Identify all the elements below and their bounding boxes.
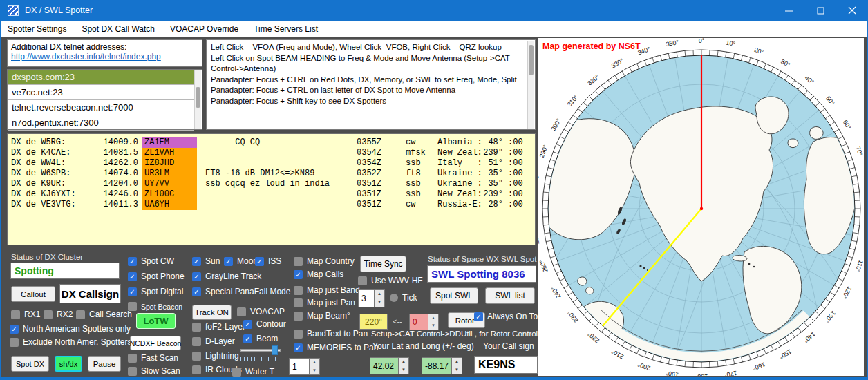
- checkbox-fof2-layer[interactable]: foF2-Layer: [192, 322, 245, 332]
- checkbox-spot-beacon[interactable]: Spot Beacon: [128, 302, 182, 311]
- checkbox-d-layer[interactable]: D-Layer: [192, 336, 235, 346]
- minimize-button[interactable]: [773, 0, 804, 21]
- maximize-button[interactable]: [804, 0, 836, 21]
- checkbox-beam[interactable]: Beam: [243, 334, 278, 343]
- spot-beam-heading[interactable]: 51°: [482, 158, 503, 169]
- down-arrow-icon[interactable]: ▼: [428, 322, 438, 330]
- checkbox-special-panafall[interactable]: Special PanaFall Mode: [192, 287, 290, 296]
- telnet-scroll-thumb[interactable]: [196, 87, 200, 108]
- spot-dx-callsign[interactable]: ZL100C: [142, 189, 197, 200]
- up-arrow-icon[interactable]: ▲: [310, 359, 319, 367]
- spot-beam-heading[interactable]: 48°: [482, 137, 503, 148]
- spot-dx-button[interactable]: Spot DX: [11, 356, 49, 372]
- menu-voacap-override[interactable]: VOACAP Override: [162, 21, 246, 37]
- checkbox-memories-to-pan[interactable]: MEMORIES to Pan: [294, 343, 378, 352]
- spot-swl-button[interactable]: Spot SWL: [430, 287, 478, 304]
- checkbox-map-calls[interactable]: Map Calls: [294, 269, 343, 279]
- spot-beam-heading[interactable]: 35°: [482, 179, 503, 189]
- stepper-value[interactable]: 3: [358, 289, 375, 307]
- checkbox-rx2[interactable]: RX2: [44, 310, 73, 319]
- telnet-item[interactable]: telnet.reversebeacon.net:7000: [8, 100, 194, 115]
- stepper-value[interactable]: -88.17: [422, 357, 452, 374]
- spot-beam-heading[interactable]: 35°: [482, 169, 503, 179]
- ncdxf-beacon-button[interactable]: NCDXF Beacon: [130, 336, 181, 350]
- spot-dx-callsign[interactable]: UA6YH: [142, 200, 197, 210]
- checkbox-map-country[interactable]: Map Country: [294, 256, 355, 266]
- checkbox-spot-digital[interactable]: Spot Digital: [128, 287, 183, 296]
- up-arrow-icon[interactable]: ▲: [375, 290, 384, 298]
- checkbox-use-wwv-hf[interactable]: Use WWV HF: [358, 276, 423, 285]
- up-arrow-icon[interactable]: ▲: [428, 314, 438, 322]
- checkbox-always-on-top[interactable]: Always On Top: [474, 312, 542, 321]
- shdx-button[interactable]: sh/dx: [55, 356, 82, 372]
- checkbox-rx1[interactable]: RX1: [11, 310, 40, 319]
- spot-frequency[interactable]: 14246.0: [100, 189, 138, 200]
- dx-spot-row[interactable]: DX de WW4L:14262.0IZ8JHD0354ZssbItaly :5…: [8, 158, 535, 169]
- checkbox-water-t[interactable]: Water T: [232, 367, 274, 377]
- pause-button[interactable]: Pause: [88, 356, 121, 372]
- close-button[interactable]: [836, 0, 868, 21]
- stepper-arrows[interactable]: ▲▼: [375, 289, 385, 307]
- azimuthal-map[interactable]: 0°10°20°30°40°50°60°70°80°90°100°110°120…: [538, 38, 864, 376]
- checkbox-voacap[interactable]: VOACAP: [237, 307, 285, 316]
- telnet-server-list[interactable]: dxspots.com:23 ve7cc.net:23 telnet.rever…: [7, 69, 202, 130]
- title-bar[interactable]: DX / SWL Spotter: [0, 0, 868, 21]
- telnet-scrollbar[interactable]: [194, 70, 201, 129]
- checkbox-fast-scan[interactable]: Fast Scan: [128, 353, 178, 363]
- callout-button[interactable]: Callout: [11, 286, 55, 302]
- longitude-stepper[interactable]: -88.17 ▲▼: [422, 357, 462, 374]
- spot-dx-callsign[interactable]: UY7VV: [142, 179, 197, 189]
- stepper-value[interactable]: 42.02: [370, 357, 399, 374]
- dx-spot-row[interactable]: DX de KJ6YXI:14246.0ZL100C0351ZssbNew Ze…: [8, 189, 535, 200]
- spot-frequency[interactable]: 14204.0: [100, 179, 138, 189]
- latitude-stepper[interactable]: 42.02 ▲▼: [370, 357, 409, 374]
- pan-number-stepper[interactable]: 1 ▲▼: [289, 358, 320, 375]
- time-sync-button[interactable]: Time Sync: [360, 256, 406, 272]
- spot-frequency[interactable]: 14074.0: [100, 169, 138, 179]
- stepper-value[interactable]: 0: [409, 314, 428, 330]
- instructions-scroll-thumb[interactable]: [529, 45, 534, 75]
- spot-dx-callsign[interactable]: ZA1EM: [142, 137, 197, 148]
- opacity-slider-handle[interactable]: [272, 345, 278, 355]
- checkbox-grayline-track[interactable]: GrayLine Track: [192, 272, 261, 281]
- wwv-minutes-stepper[interactable]: 3 ▲▼: [358, 289, 385, 307]
- swl-list-button[interactable]: SWL list: [485, 287, 535, 304]
- dx-spot-row[interactable]: DX de W5RG:14009.0ZA1EM CQ CQ0355ZcwAlba…: [8, 137, 535, 148]
- dx-spot-row[interactable]: DX de W6SPB:14074.0UR3LMFT8 -16 dB DM12<…: [8, 169, 535, 179]
- spot-frequency[interactable]: 14009.0: [100, 137, 138, 148]
- spot-dx-callsign[interactable]: ZL1VAH: [142, 148, 197, 158]
- lotw-button[interactable]: LoTW: [136, 313, 176, 329]
- dx-spot-row[interactable]: DX de VE3VTG:14011.3UA6YH0351ZcwRussia-E…: [8, 200, 535, 210]
- checkbox-map-just-pan[interactable]: Map just Pan: [294, 298, 355, 307]
- checkbox-map-just-band[interactable]: Map just Band: [294, 285, 360, 295]
- checkbox-sun[interactable]: Sun: [192, 256, 220, 266]
- swl-status-field[interactable]: SWL Spotting 8036: [427, 265, 536, 283]
- spot-frequency[interactable]: 14262.0: [100, 158, 138, 169]
- down-arrow-icon[interactable]: ▼: [452, 366, 462, 374]
- dx-callsign-field[interactable]: DX Callsign: [59, 284, 121, 303]
- checkbox-slow-scan[interactable]: Slow Scan: [128, 366, 180, 376]
- menu-spotter-settings[interactable]: Spotter Settings: [0, 21, 74, 37]
- dx-spot-row[interactable]: DX de K4CAE:14081.5ZL1VAH0354ZmfskNew Ze…: [8, 148, 535, 158]
- down-arrow-icon[interactable]: ▼: [310, 367, 319, 375]
- beam-heading-display[interactable]: 220°: [359, 314, 388, 330]
- checkbox-contour[interactable]: Contour: [243, 319, 286, 329]
- stepper-arrows[interactable]: ▲▼: [452, 357, 462, 374]
- checkbox-spot-cw[interactable]: Spot CW: [128, 256, 174, 266]
- menu-spot-dx-call-watch[interactable]: Spot DX Call Watch: [74, 21, 162, 37]
- checkbox-map-beam[interactable]: Map Beam°: [294, 311, 350, 321]
- checkbox-lightning[interactable]: Lightning: [192, 351, 239, 361]
- checkbox-spot-phone[interactable]: Spot Phone: [128, 272, 185, 281]
- stepper-arrows[interactable]: ▲▼: [399, 357, 409, 374]
- checkbox-iss[interactable]: ISS: [255, 256, 281, 266]
- spot-beam-heading[interactable]: 28°: [482, 200, 503, 210]
- spot-frequency[interactable]: 14081.5: [100, 148, 138, 158]
- spot-dx-callsign[interactable]: UR3LM: [142, 169, 197, 179]
- radio-tick[interactable]: Tick: [390, 293, 417, 303]
- azimuthal-map-panel[interactable]: Map generated by NS6T 0°10°20°30°40°50°6…: [538, 38, 864, 376]
- down-arrow-icon[interactable]: ▼: [375, 298, 384, 307]
- checkbox-na-spotters-only[interactable]: North American Spotters only: [10, 324, 131, 334]
- checkbox-moon[interactable]: Moon: [224, 256, 258, 266]
- checkbox-bandtext-to-pan[interactable]: BandText to Pan: [294, 329, 368, 339]
- dx-spot-row[interactable]: DX de K9UR:14204.0UY7VVssb cqcq ez loud …: [8, 179, 535, 189]
